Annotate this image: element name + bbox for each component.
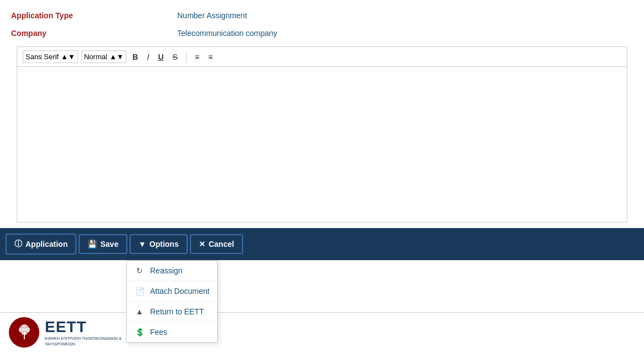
toolbar-divider — [186, 51, 187, 63]
reassign-icon: ↻ — [135, 266, 145, 275]
action-bar: ⓘ Application 💾 Save ▼ Options ✕ Cancel … — [0, 228, 644, 260]
options-chevron-icon: ▼ — [138, 240, 146, 249]
company-value: Telecommunication company — [177, 29, 277, 38]
unordered-list-button[interactable]: ≡ — [205, 51, 215, 63]
options-label: Options — [150, 240, 179, 249]
editor-body[interactable] — [17, 67, 627, 222]
attach-document-icon: 📄 — [135, 287, 145, 296]
bold-button[interactable]: B — [130, 51, 141, 63]
svg-point-8 — [22, 329, 27, 334]
save-icon: 💾 — [87, 240, 97, 249]
font-size-arrow-icon: ▲▼ — [110, 53, 124, 61]
return-to-eett-icon: ▲ — [135, 307, 145, 316]
attach-document-label: Attach Document — [150, 287, 209, 296]
reassign-label: Reassign — [150, 266, 182, 275]
underline-button[interactable]: U — [155, 51, 166, 63]
save-label: Save — [100, 240, 119, 249]
italic-button[interactable]: I — [144, 51, 152, 63]
fees-item[interactable]: 💲 Fees — [127, 322, 217, 342]
footer: EETT ΕΘΝΙΚΗ ΕΠΙΤΡΟΠΗ ΤΗΛΕΠΙΚΟΙΝΩΝΙΩΝ & Τ… — [0, 312, 644, 352]
application-type-row: Application Type Number Assignment — [11, 11, 633, 20]
save-button[interactable]: 💾 Save — [79, 234, 127, 254]
cancel-x-icon: ✕ — [199, 240, 205, 249]
options-button[interactable]: ▼ Options — [130, 234, 188, 254]
logo-tree-icon — [14, 323, 34, 343]
svg-rect-9 — [24, 335, 25, 339]
main-content: Application Type Number Assignment Compa… — [0, 0, 644, 222]
fees-icon: 💲 — [135, 328, 145, 337]
return-to-eett-label: Return to EETT — [150, 307, 204, 316]
logo-circle — [9, 317, 39, 348]
cancel-label: Cancel — [209, 240, 234, 249]
strikethrough-button[interactable]: S — [170, 51, 181, 63]
editor-toolbar: Sans Serif ▲▼ Normal ▲▼ B I U S ≡ ≡ — [17, 47, 627, 67]
logo-text-eett: EETT ΕΘΝΙΚΗ ΕΠΙΤΡΟΠΗ ΤΗΛΕΠΙΚΟΙΝΩΝΙΩΝ & Τ… — [45, 318, 122, 346]
font-size-select[interactable]: Normal ▲▼ — [81, 50, 127, 63]
application-type-label: Application Type — [11, 11, 177, 20]
reassign-item[interactable]: ↻ Reassign — [127, 261, 217, 281]
logo-container: EETT ΕΘΝΙΚΗ ΕΠΙΤΡΟΠΗ ΤΗΛΕΠΙΚΟΙΝΩΝΙΩΝ & Τ… — [9, 317, 122, 348]
company-label: Company — [11, 29, 177, 38]
info-icon: ⓘ — [14, 239, 22, 249]
return-to-eett-item[interactable]: ▲ Return to EETT — [127, 302, 217, 322]
cancel-button[interactable]: ✕ Cancel — [190, 234, 243, 254]
font-family-select[interactable]: Sans Serif ▲▼ — [23, 50, 78, 63]
font-family-arrow-icon: ▲▼ — [61, 53, 75, 61]
font-family-value: Sans Serif — [25, 53, 59, 61]
application-button[interactable]: ⓘ Application — [6, 234, 76, 255]
ordered-list-button[interactable]: ≡ — [192, 51, 202, 63]
application-type-value: Number Assignment — [177, 11, 247, 20]
options-dropdown-menu: ↻ Reassign 📄 Attach Document ▲ Return to… — [126, 260, 218, 343]
rich-text-editor: Sans Serif ▲▼ Normal ▲▼ B I U S ≡ ≡ — [17, 46, 627, 222]
application-label: Application — [25, 240, 68, 249]
company-row: Company Telecommunication company — [11, 29, 633, 38]
fees-label: Fees — [150, 328, 167, 337]
font-size-value: Normal — [84, 53, 107, 61]
attach-document-item[interactable]: 📄 Attach Document — [127, 281, 217, 302]
